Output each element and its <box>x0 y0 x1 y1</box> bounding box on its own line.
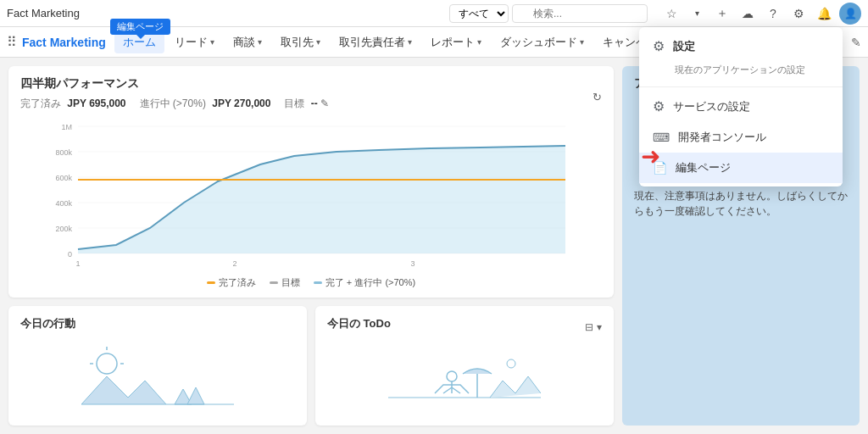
chart-legend: 完了済み 目標 完了 + 進行中 (>70%) <box>20 276 602 289</box>
cloud-button[interactable]: ☁ <box>737 3 758 24</box>
nav-edit-icon[interactable]: ✎ <box>851 36 861 49</box>
today-actions-card: 今日の行動 <box>8 306 307 426</box>
service-icon: ⚙ <box>653 98 665 114</box>
accounts-caret: ▾ <box>316 37 320 47</box>
legend-completed: 完了済み <box>207 276 256 289</box>
nav-item-deals-label: 商談 <box>233 35 255 50</box>
arrow-indicator: ➜ <box>641 142 660 170</box>
nav-item-accounts[interactable]: 取引先 ▾ <box>272 31 329 53</box>
dropdown-item-settings[interactable]: ⚙ 設定 <box>639 31 843 62</box>
reports-caret: ▾ <box>477 37 481 47</box>
settings-button[interactable]: ⚙ <box>788 3 809 24</box>
nav-item-dashboard[interactable]: ダッシュボード ▾ <box>492 31 593 53</box>
svg-text:3: 3 <box>410 259 415 268</box>
svg-text:200k: 200k <box>55 225 72 233</box>
legend-completed-label: 完了済み <box>219 276 256 289</box>
perf-stats: 完了済み JPY 695,000 進行中 (>70%) JPY 270,000 … <box>20 97 329 111</box>
dropdown-settings-label: 設定 <box>673 39 695 54</box>
perf-header: 四半期パフォーマンス 完了済み JPY 695,000 進行中 (>70%) J… <box>20 76 602 118</box>
svg-point-24 <box>447 371 457 381</box>
dropdown-service-label: サービスの設定 <box>673 99 750 114</box>
nav-item-lead-label: リード <box>175 35 208 50</box>
in-progress-label: 進行中 (>70%) JPY 270,000 <box>140 97 271 111</box>
legend-progress-dot <box>314 281 322 284</box>
dashboard-caret: ▾ <box>580 37 584 47</box>
target-edit-icon[interactable]: ✎ <box>320 97 329 109</box>
todo-dropdown-icon[interactable]: ▾ <box>597 321 602 333</box>
nav-logo: Fact Marketing <box>22 36 106 49</box>
chart-fill-area <box>78 146 565 253</box>
lead-caret: ▾ <box>210 37 214 47</box>
legend-completed-dot <box>207 281 215 284</box>
todo-icons: ⊟ ▾ <box>585 321 602 333</box>
today-actions-illustration <box>20 338 295 406</box>
dropdown-divider-1 <box>639 86 843 87</box>
completed-label: 完了済み JPY 695,000 <box>20 97 126 111</box>
assistant-message: 現在、注意事項はありません。しばらくしてからもう一度確認してください。 <box>634 188 848 219</box>
dropdown-editpage-label: 編集ページ <box>676 160 731 175</box>
svg-text:400k: 400k <box>55 199 72 208</box>
left-column: 四半期パフォーマンス 完了済み JPY 695,000 進行中 (>70%) J… <box>8 66 614 426</box>
bottom-cards: 今日の行動 <box>8 306 614 426</box>
grid-icon[interactable]: ⠿ <box>7 34 17 50</box>
nav-item-contacts[interactable]: 取引先責任者 ▾ <box>331 31 420 53</box>
legend-target-label: 目標 <box>281 276 300 289</box>
chart-area: 1M 800k 600k 400k 200k 0 <box>20 118 602 287</box>
search-select[interactable]: すべて <box>449 4 509 23</box>
todo-svg <box>388 347 541 406</box>
today-actions-title: 今日の行動 <box>20 316 295 331</box>
settings-dropdown: ⚙ 設定 現在のアプリケーションの設定 ⚙ サービスの設定 ⌨ 開発者コンソール… <box>639 27 843 186</box>
add-button[interactable]: ＋ <box>712 3 732 24</box>
nav-item-dashboard-label: ダッシュボード <box>500 35 577 50</box>
svg-point-15 <box>97 353 117 374</box>
star-button[interactable]: ☆ <box>661 3 682 24</box>
legend-progress-label: 完了 + 進行中 (>70%) <box>326 276 415 289</box>
search-wrapper: 🔍 <box>512 4 648 23</box>
todo-filter-icon[interactable]: ⊟ <box>585 321 593 333</box>
svg-marker-21 <box>187 387 204 404</box>
nav-item-reports-label: レポート <box>431 35 475 50</box>
refresh-button[interactable]: ↻ <box>593 91 602 103</box>
bell-button[interactable]: 🔔 <box>814 3 834 24</box>
performance-chart: 1M 800k 600k 400k 200k 0 <box>20 118 602 270</box>
search-area: すべて 🔍 <box>449 4 648 23</box>
svg-text:600k: 600k <box>55 174 72 182</box>
svg-text:1: 1 <box>75 259 80 268</box>
right-icons: ☆ ▾ ＋ ☁ ? ⚙ 🔔 👤 <box>661 3 861 25</box>
performance-title: 四半期パフォーマンス <box>20 76 329 92</box>
nav-item-contacts-label: 取引先責任者 <box>339 35 405 50</box>
svg-text:1M: 1M <box>61 123 72 131</box>
star-dropdown[interactable]: ▾ <box>687 3 707 24</box>
dropdown-dev-label: 開発者コンソール <box>678 130 766 145</box>
nav-item-accounts-label: 取引先 <box>281 35 314 50</box>
today-todo-illustration <box>327 338 602 406</box>
dropdown-item-service[interactable]: ⚙ サービスの設定 <box>639 91 843 122</box>
deals-caret: ▾ <box>258 37 262 47</box>
legend-target: 目標 <box>270 276 300 289</box>
contacts-caret: ▾ <box>408 37 412 47</box>
dropdown-item-editpage[interactable]: 📄 編集ページ <box>639 153 843 183</box>
help-button[interactable]: ? <box>763 3 783 24</box>
svg-text:0: 0 <box>68 250 72 259</box>
legend-progress: 完了 + 進行中 (>70%) <box>314 276 415 289</box>
perf-left: 四半期パフォーマンス 完了済み JPY 695,000 進行中 (>70%) J… <box>20 76 329 118</box>
settings-icon: ⚙ <box>653 38 665 54</box>
legend-target-dot <box>270 281 278 284</box>
nav-item-reports[interactable]: レポート ▾ <box>422 31 490 53</box>
search-input[interactable] <box>512 4 648 23</box>
svg-text:2: 2 <box>232 259 236 268</box>
target-label: 目標 -- ✎ <box>284 97 329 111</box>
dropdown-item-dev[interactable]: ⌨ 開発者コンソール <box>639 122 843 153</box>
svg-text:800k: 800k <box>55 148 72 157</box>
dropdown-settings-sub: 現在のアプリケーションの設定 <box>639 62 843 83</box>
tooltip-badge: 編集ページ <box>110 19 170 35</box>
nav-item-deals[interactable]: 商談 ▾ <box>225 31 270 53</box>
actions-svg <box>81 347 234 406</box>
today-todo-card: 今日の ToDo ⊟ ▾ <box>315 306 614 426</box>
svg-line-26 <box>443 387 452 393</box>
nav-item-lead[interactable]: リード ▾ <box>166 31 223 53</box>
performance-card: 四半期パフォーマンス 完了済み JPY 695,000 進行中 (>70%) J… <box>8 66 614 298</box>
avatar[interactable]: 👤 <box>839 3 861 25</box>
today-todo-title: 今日の ToDo <box>327 316 391 331</box>
app-title: Fact Marketing <box>7 7 80 19</box>
